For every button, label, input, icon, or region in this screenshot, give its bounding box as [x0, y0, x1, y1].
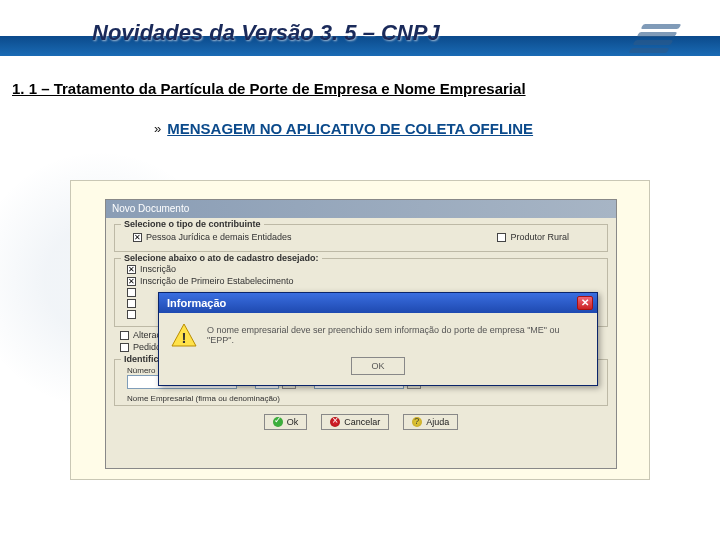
nome-empresarial-label: Nome Empresarial (firma ou denominação)	[121, 391, 601, 403]
warning-icon: !	[171, 323, 197, 347]
button-label: Cancelar	[344, 417, 380, 427]
info-message: O nome empresarial deve ser preenchido s…	[207, 325, 585, 345]
cancel-button[interactable]: Cancelar	[321, 414, 389, 430]
checkbox-produtor-rural[interactable]: Produtor Rural	[491, 231, 575, 243]
app-window: Novo Documento Selecione o tipo de contr…	[105, 199, 617, 469]
check-icon	[127, 299, 136, 308]
group-tipo-contribuinte: Selecione o tipo de contribuinte ✕ Pesso…	[114, 224, 608, 252]
button-label: Ajuda	[426, 417, 449, 427]
app-titlebar: Novo Documento	[106, 200, 616, 218]
checkbox-pessoa-juridica[interactable]: ✕ Pessoa Jurídica e demais Entidades	[127, 231, 298, 243]
checkbox-label: Produtor Rural	[510, 232, 569, 242]
checkbox-label: Pessoa Jurídica e demais Entidades	[146, 232, 292, 242]
help-button[interactable]: Ajuda	[403, 414, 458, 430]
sub-link: MENSAGEM NO APLICATIVO DE COLETA OFFLINE	[167, 120, 533, 137]
screenshot-panel: Novo Documento Selecione o tipo de contr…	[70, 180, 650, 480]
receita-logo	[632, 24, 690, 58]
button-label: Ok	[287, 417, 299, 427]
check-icon	[120, 331, 129, 340]
group-title: Selecione o tipo de contribuinte	[121, 219, 264, 229]
ok-icon	[273, 417, 283, 427]
ok-button[interactable]: Ok	[264, 414, 308, 430]
section-heading: 1. 1 – Tratamento da Partícula de Porte …	[12, 80, 526, 97]
info-dialog: Informação ✕ ! O nome empresarial deve s…	[158, 292, 598, 386]
checkbox-label: Inscrição	[140, 264, 176, 274]
page-title: Novidades da Versão 3. 5 – CNPJ	[92, 20, 440, 46]
check-icon	[120, 343, 129, 352]
svg-text:!: !	[182, 329, 187, 346]
dialog-button-row: Ok Cancelar Ajuda	[106, 408, 616, 432]
info-titlebar: Informação ✕	[159, 293, 597, 313]
sub-bullet: »	[154, 121, 161, 136]
checkbox-inscricao-primeiro[interactable]: ✕ Inscrição de Primeiro Estabelecimento	[121, 275, 601, 287]
group-title: Selecione abaixo o ato de cadastro desej…	[121, 253, 322, 263]
info-ok-button[interactable]: OK	[351, 357, 405, 375]
check-icon: ✕	[127, 265, 136, 274]
check-icon	[127, 310, 136, 319]
check-icon: ✕	[133, 233, 142, 242]
check-icon	[497, 233, 506, 242]
check-icon	[127, 288, 136, 297]
checkbox-label: Inscrição de Primeiro Estabelecimento	[140, 276, 294, 286]
checkbox-inscricao[interactable]: ✕ Inscrição	[121, 263, 601, 275]
subheading-row: » MENSAGEM NO APLICATIVO DE COLETA OFFLI…	[154, 120, 533, 137]
help-icon	[412, 417, 422, 427]
cancel-icon	[330, 417, 340, 427]
close-button[interactable]: ✕	[577, 296, 593, 310]
info-title-text: Informação	[167, 297, 226, 309]
check-icon: ✕	[127, 277, 136, 286]
